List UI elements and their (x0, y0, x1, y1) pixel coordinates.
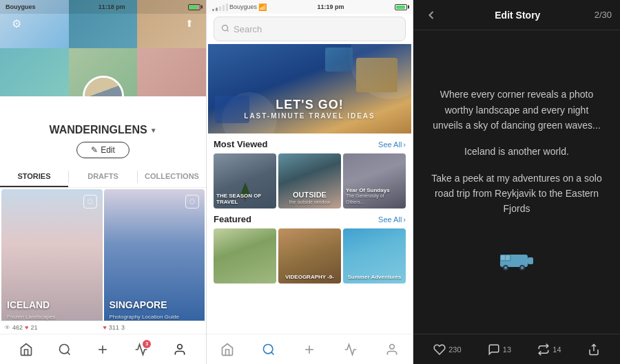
nav-profile[interactable] (169, 339, 191, 361)
chevron-right-icon: › (403, 140, 406, 149)
editor-header: Edit Story 2/30 (413, 0, 620, 30)
story-stats-row: 👁 462 ♥ 21 ♥ 311 3 (0, 321, 206, 334)
feat-summer-adventures[interactable]: Summer Adventures (343, 228, 406, 283)
story-card-iceland[interactable]: ⬡ ICELAND Frozen Landscapes (1, 189, 103, 321)
thumb-sundays-label: Year Of Sundays The Generosity of Others… (346, 188, 403, 206)
footer-share-action[interactable] (588, 343, 600, 356)
panel-editor: Edit Story 2/30 Where every corner revea… (413, 0, 620, 364)
explore-bottom-nav (207, 334, 413, 364)
bg-tile-6 (137, 48, 206, 96)
editor-back-button[interactable] (422, 6, 441, 25)
explore-hero-banner[interactable]: LET'S GO! LAST-MINUTE TRAVEL IDEAS (208, 44, 411, 133)
singapore-likes: 311 (109, 324, 119, 331)
thumb-season-label: THE SEASON OF TRAVEL (216, 193, 273, 206)
status-bar: Bouygues 11:18 pm (0, 0, 206, 14)
feat-pagoda[interactable] (214, 228, 276, 283)
feat-videography[interactable]: VIDEOGRAPHY -9- (278, 228, 341, 283)
exp-nav-home[interactable] (216, 339, 238, 361)
exp-nav-activity[interactable] (340, 339, 362, 361)
dropdown-arrow-icon[interactable]: ▼ (150, 127, 157, 134)
signal-bar-3 (219, 6, 221, 11)
featured-chevron-icon: › (403, 215, 406, 224)
heart-count: 230 (448, 345, 461, 354)
footer-repost-action[interactable]: 14 (537, 343, 561, 356)
explore-battery (395, 4, 407, 10)
singapore-stats: ♥ 311 3 (103, 324, 203, 331)
panel-explore: Bouygues 📶 11:19 pm Search LET'S GO! LAS… (207, 0, 413, 364)
tab-stories[interactable]: STORIES (0, 167, 68, 187)
featured-section: Featured See All › VIDEOGRAPHY -9- Summe… (207, 211, 413, 286)
tab-collections[interactable]: COLLECTIONS (138, 167, 206, 187)
nav-search[interactable] (54, 339, 76, 361)
explore-battery-fill (396, 6, 405, 9)
battery-fill (189, 6, 197, 9)
repost-count: 14 (552, 345, 561, 354)
footer-heart-action[interactable]: 230 (433, 343, 461, 356)
featured-see-all[interactable]: See All › (378, 215, 406, 224)
nav-add[interactable] (92, 339, 114, 361)
bottom-nav-profile: 3 (0, 334, 206, 364)
profile-header-bg: Bouygues 11:18 pm ⚙ ⬆ (0, 0, 206, 96)
svg-point-20 (521, 266, 524, 269)
editor-paragraph-3: Take a peek at my adventures on a solo r… (430, 171, 603, 217)
heart-icon-singapore: ♥ (103, 324, 107, 331)
explore-status-bar: Bouygues 📶 11:19 pm (207, 0, 413, 14)
edit-profile-button[interactable]: ✎ Edit (76, 142, 130, 158)
comment-count: 13 (503, 345, 511, 354)
svg-point-7 (263, 344, 272, 353)
editor-paragraph-1: Where every corner reveals a photo worth… (430, 87, 603, 133)
iceland-likes: 21 (30, 324, 37, 331)
battery-icon (188, 4, 200, 10)
most-viewed-see-all[interactable]: See All › (378, 140, 406, 149)
story-edit-icon-iceland[interactable]: ⬡ (83, 195, 97, 208)
thumb-year-of-sundays[interactable]: Year Of Sundays The Generosity of Others… (343, 153, 406, 208)
svg-point-11 (390, 344, 395, 349)
signal-bar-4 (223, 5, 225, 11)
featured-header: Featured See All › (214, 214, 406, 224)
svg-rect-15 (506, 255, 510, 260)
search-placeholder: Search (234, 24, 262, 34)
most-viewed-section: Most Viewed See All › THE SEASON OF TRAV… (207, 133, 413, 211)
bg-tile-4 (0, 48, 69, 96)
search-icon (221, 24, 229, 34)
thumb-outside[interactable]: OUTSIDE the outside window (278, 153, 341, 208)
search-bar[interactable]: Search (214, 17, 406, 41)
story-edit-icon-singapore[interactable]: ⬡ (185, 195, 199, 208)
svg-line-6 (227, 30, 228, 31)
iceland-stats: 👁 462 ♥ 21 (4, 324, 103, 331)
singapore-count: 3 (121, 324, 125, 331)
hero-tile-2 (325, 47, 353, 72)
svg-line-8 (271, 352, 274, 354)
editor-footer: 230 13 14 (413, 334, 620, 364)
panel-profile: Bouygues 11:18 pm ⚙ ⬆ WANDERINGLENS ▼ ✎ … (0, 0, 207, 364)
exp-nav-profile[interactable] (381, 339, 403, 361)
svg-point-4 (178, 344, 183, 349)
footer-comment-action[interactable]: 13 (488, 343, 511, 356)
svg-point-0 (59, 344, 68, 353)
van-icon (499, 248, 535, 277)
svg-point-5 (223, 25, 228, 30)
nav-activity[interactable]: 3 (130, 339, 152, 361)
story-card-singapore[interactable]: ⬡ SINGAPORE Photography Location Guide (104, 189, 205, 321)
nav-home[interactable] (15, 339, 37, 361)
profile-tabs: STORIES DRAFTS COLLECTIONS (0, 167, 206, 188)
exp-nav-add[interactable] (298, 339, 320, 361)
explore-status-left: Bouygues 📶 (212, 3, 267, 11)
settings-icon[interactable]: ⚙ (8, 15, 25, 32)
featured-label: Featured (214, 214, 251, 224)
username-text: WANDERINGLENS (49, 124, 147, 136)
thumb-season-of-travel[interactable]: THE SEASON OF TRAVEL (214, 153, 276, 208)
exp-nav-search[interactable] (258, 339, 280, 361)
sundays-title-text: Year Of Sundays (346, 187, 390, 193)
outside-title-text: OUTSIDE (293, 191, 327, 199)
stories-grid: ⬡ ICELAND Frozen Landscapes ⬡ SINGAPORE … (0, 188, 206, 321)
hero-subtitle: LAST-MINUTE TRAVEL IDEAS (208, 112, 411, 120)
tab-drafts[interactable]: DRAFTS (69, 167, 137, 187)
editor-page-count: 2/30 (595, 10, 612, 20)
profile-info: WANDERINGLENS ▼ ✎ Edit (0, 124, 206, 158)
signal-icon (212, 3, 228, 11)
share-icon[interactable]: ⬆ (181, 15, 198, 32)
most-viewed-label: Most Viewed (214, 139, 268, 149)
svg-rect-14 (501, 255, 505, 260)
avatar-image (85, 78, 122, 96)
